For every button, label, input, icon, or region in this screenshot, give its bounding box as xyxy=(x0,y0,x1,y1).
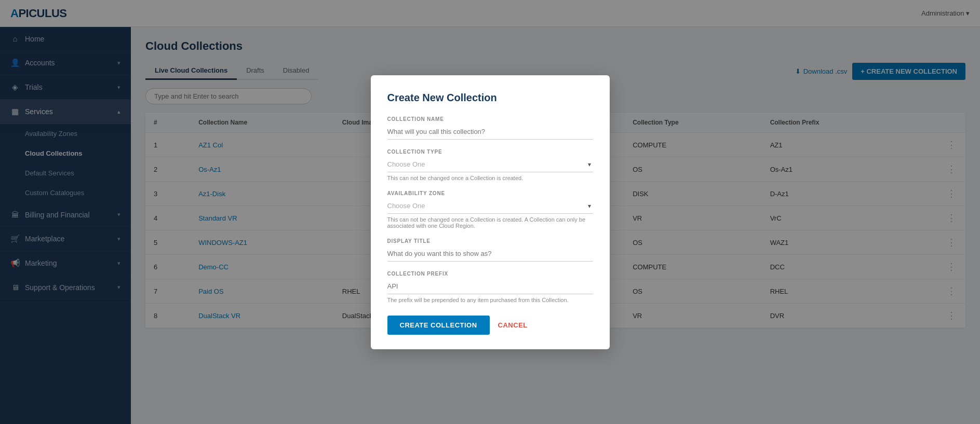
modal-cancel-button[interactable]: CANCEL xyxy=(498,321,528,329)
modal-title: Create New Collection xyxy=(387,92,593,104)
collection-prefix-group: COLLECTION PREFIX The prefix will be pre… xyxy=(387,271,593,303)
collection-type-select-wrap: Choose One COMPUTE OS DISK VR ▾ xyxy=(387,157,593,172)
collection-prefix-label: COLLECTION PREFIX xyxy=(387,271,593,277)
collection-type-hint: This can not be changed once a Collectio… xyxy=(387,175,593,181)
create-collection-modal: Create New Collection COLLECTION NAME CO… xyxy=(371,75,610,349)
collection-prefix-hint: The prefix will be prepended to any item… xyxy=(387,297,593,303)
collection-name-input[interactable] xyxy=(387,125,593,140)
collection-name-group: COLLECTION NAME xyxy=(387,116,593,140)
display-title-label: DISPLAY TITLE xyxy=(387,238,593,244)
modal-create-button[interactable]: CREATE COLLECTION xyxy=(387,316,490,335)
collection-type-group: COLLECTION TYPE Choose One COMPUTE OS DI… xyxy=(387,149,593,181)
availability-zone-group: AVAILABILITY ZONE Choose One AZ1 - India… xyxy=(387,190,593,229)
display-title-group: DISPLAY TITLE xyxy=(387,238,593,262)
display-title-input[interactable] xyxy=(387,247,593,262)
availability-zone-select[interactable]: Choose One AZ1 - India North 1 xyxy=(387,199,593,213)
collection-type-label: COLLECTION TYPE xyxy=(387,149,593,155)
collection-type-select[interactable]: Choose One COMPUTE OS DISK VR xyxy=(387,157,593,172)
collection-prefix-input[interactable] xyxy=(387,279,593,294)
modal-buttons: CREATE COLLECTION CANCEL xyxy=(387,316,593,335)
availability-zone-hint: This can not be changed once a Collectio… xyxy=(387,216,593,229)
availability-zone-select-wrap: Choose One AZ1 - India North 1 ▾ xyxy=(387,199,593,214)
availability-zone-label: AVAILABILITY ZONE xyxy=(387,190,593,196)
collection-name-label: COLLECTION NAME xyxy=(387,116,593,122)
modal-overlay[interactable]: Create New Collection COLLECTION NAME CO… xyxy=(0,0,980,424)
